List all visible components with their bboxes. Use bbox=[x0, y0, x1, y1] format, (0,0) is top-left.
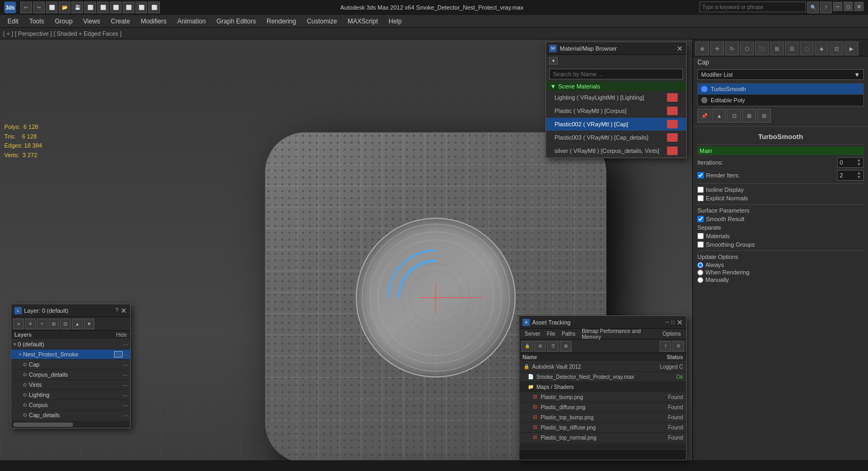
asset-input-row[interactable] bbox=[519, 449, 686, 460]
asset-scrollbar[interactable] bbox=[519, 443, 686, 449]
rp-btn-layer[interactable]: ☰ bbox=[785, 42, 799, 55]
menu-group[interactable]: Group bbox=[50, 17, 78, 26]
layers-close[interactable]: ✕ bbox=[120, 306, 127, 315]
rp-btn-render[interactable]: ▶ bbox=[845, 42, 858, 55]
layers-tb-btn6[interactable]: ▲ bbox=[72, 319, 83, 329]
when-rendering-radio[interactable] bbox=[697, 270, 703, 275]
asset-maximize[interactable]: □ bbox=[671, 319, 674, 325]
iterations-value[interactable]: 0 ▲▼ bbox=[837, 157, 864, 168]
layer-item-lighting[interactable]: ⊙ Lighting — bbox=[11, 390, 130, 400]
minimize-btn[interactable]: ─ bbox=[833, 2, 842, 11]
save-btn[interactable]: 💾 bbox=[71, 2, 83, 13]
menu-maxscript[interactable]: MAXScript bbox=[342, 17, 383, 26]
always-radio[interactable] bbox=[697, 262, 703, 268]
asset-item-vault[interactable]: 🔒 Autodesk Vault 2012 Logged C bbox=[519, 362, 686, 372]
menu-rendering[interactable]: Rendering bbox=[261, 17, 301, 26]
search-input[interactable] bbox=[700, 2, 806, 12]
menu-create[interactable]: Create bbox=[106, 17, 135, 26]
mat-browser-expand[interactable]: ▼ bbox=[549, 57, 558, 64]
menu-views[interactable]: Views bbox=[78, 17, 106, 26]
layer-item-0[interactable]: ≡ 0 (default) — bbox=[11, 339, 130, 350]
layers-help[interactable]: ? bbox=[115, 307, 118, 313]
layer-item-corpus[interactable]: ⊙ Corpus — bbox=[11, 400, 130, 410]
asset-menu-file[interactable]: File bbox=[543, 330, 558, 337]
asset-menu-options[interactable]: Options bbox=[660, 330, 684, 337]
asset-item-file-1[interactable]: 🖼 Plastic_diffuse.png Found bbox=[519, 402, 686, 412]
asset-item-file-0[interactable]: 🖼 Plastic_bump.png Found bbox=[519, 392, 686, 402]
menu-tools[interactable]: Tools bbox=[24, 17, 50, 26]
rp-btn-align[interactable]: ⊞ bbox=[770, 42, 784, 55]
asset-tb-help[interactable]: ? bbox=[660, 341, 671, 352]
mat-item-4[interactable]: silver ( VRayMtl ) [Corpus_details, Vint… bbox=[546, 144, 686, 158]
rp-btn-curve[interactable]: ◌ bbox=[800, 42, 814, 55]
rp-btn-snap[interactable]: ⊡ bbox=[830, 42, 843, 55]
asset-item-file-4[interactable]: 🖼 Plastic_top_normal.png Found bbox=[519, 433, 686, 443]
stack-nav-delete[interactable]: ⊠ bbox=[742, 109, 756, 123]
layer-item-1[interactable]: ≡ Nest_Protect_Smoke — bbox=[11, 350, 130, 360]
tb-btn6[interactable]: ⬜ bbox=[148, 2, 160, 13]
mat-browser-close[interactable]: ✕ bbox=[677, 44, 683, 53]
pin-btn[interactable]: 📌 bbox=[697, 109, 711, 123]
scene-materials-header[interactable]: ▼ Scene Materials bbox=[546, 82, 686, 91]
layers-tb-btn3[interactable]: + bbox=[37, 319, 47, 329]
redo-btn[interactable]: ↪ bbox=[33, 2, 45, 13]
tb-btn4[interactable]: ⬜ bbox=[123, 2, 134, 13]
layers-scrollbar[interactable] bbox=[11, 420, 130, 428]
asset-tb-4[interactable]: ⊠ bbox=[560, 341, 572, 352]
layers-tb-btn7[interactable]: ▼ bbox=[84, 319, 94, 329]
asset-tb-3[interactable]: ☰ bbox=[547, 341, 559, 352]
smoothing-groups-checkbox[interactable] bbox=[697, 241, 704, 248]
undo-btn[interactable]: ↩ bbox=[20, 2, 32, 13]
rp-btn-scale[interactable]: ⬡ bbox=[740, 42, 754, 55]
rp-btn-select[interactable]: ⊕ bbox=[695, 42, 709, 55]
stack-item-turbosmooth[interactable]: TurboSmooth bbox=[698, 84, 863, 95]
asset-tb-2[interactable]: ⊞ bbox=[534, 341, 546, 352]
asset-menu-bitmap[interactable]: Bitmap Performance and Memory bbox=[578, 328, 659, 340]
maximize-btn[interactable]: □ bbox=[843, 2, 853, 11]
layers-tb-btn4[interactable]: ⊞ bbox=[49, 319, 59, 329]
asset-item-file-2[interactable]: 🖼 Plastic_top_bump.png Found bbox=[519, 412, 686, 423]
menu-animation[interactable]: Animation bbox=[172, 17, 211, 26]
tb-btn3[interactable]: ⬜ bbox=[110, 2, 122, 13]
new-btn[interactable]: ⬜ bbox=[46, 2, 58, 13]
render-iters-value[interactable]: 2 ▲▼ bbox=[837, 170, 864, 181]
tb-btn5[interactable]: ⬜ bbox=[135, 2, 147, 13]
open-btn[interactable]: 📂 bbox=[59, 2, 70, 13]
rp-btn-move[interactable]: ✛ bbox=[710, 42, 724, 55]
rp-btn-bone[interactable]: ◈ bbox=[815, 42, 829, 55]
layer-item-cap[interactable]: ⊙ Cap — bbox=[11, 360, 130, 370]
mat-item-1[interactable]: Plastic ( VRayMtl ) [Corpus] bbox=[546, 104, 686, 118]
explicit-normals-checkbox[interactable] bbox=[697, 195, 704, 201]
asset-item-maps[interactable]: 📁 Maps / Shaders bbox=[519, 382, 686, 392]
rp-btn-mirror[interactable]: ⬛ bbox=[755, 42, 769, 55]
layers-tb-btn2[interactable]: ✕ bbox=[25, 319, 36, 329]
tb-btn2[interactable]: ⬜ bbox=[97, 2, 109, 13]
tb-btn1[interactable]: ⬜ bbox=[84, 2, 96, 13]
layer-item-capdetails[interactable]: ⊙ Cap_details — bbox=[11, 410, 130, 420]
stack-nav-bottom[interactable]: ⊞ bbox=[757, 109, 771, 123]
mat-item-2[interactable]: Plastic002 ( VRayMtl ) [Cap] bbox=[546, 118, 686, 131]
mat-item-0[interactable]: Lighting ( VRayLightMtl ) [Lighting] bbox=[546, 91, 686, 104]
layers-scrollbar-thumb[interactable] bbox=[13, 423, 73, 427]
stack-nav-right[interactable]: ⊡ bbox=[727, 109, 741, 123]
isoline-checkbox[interactable] bbox=[697, 186, 704, 193]
manually-radio[interactable] bbox=[697, 277, 703, 283]
stack-nav-up[interactable]: ▲ bbox=[712, 109, 726, 123]
mat-item-3[interactable]: Plastic003 ( VRayMtl ) [Cap_details] bbox=[546, 131, 686, 144]
asset-tb-1[interactable]: 🔒 bbox=[521, 341, 533, 352]
smooth-result-checkbox[interactable] bbox=[697, 216, 704, 222]
asset-minimize[interactable]: ─ bbox=[665, 319, 669, 325]
layer-item-vints[interactable]: ⊙ Vints — bbox=[11, 380, 130, 390]
asset-menu-server[interactable]: Server bbox=[521, 330, 543, 337]
asset-tb-settings[interactable]: ⚙ bbox=[672, 341, 684, 352]
asset-close[interactable]: ✕ bbox=[677, 318, 683, 327]
render-iters-checkbox[interactable] bbox=[697, 172, 704, 178]
stack-item-editablepoly[interactable]: Editable Poly bbox=[698, 95, 863, 106]
modifier-list-dropdown[interactable]: Modifier List ▼ bbox=[697, 69, 864, 80]
asset-item-maxfile[interactable]: 📄 Smoke_Detector_Nest_Protect_vray.max O… bbox=[519, 372, 686, 382]
layer-item-corpus-details[interactable]: ⊙ Corpus_details — bbox=[11, 370, 130, 380]
rp-btn-rotate[interactable]: ↻ bbox=[725, 42, 739, 55]
help-btn[interactable]: ? bbox=[820, 2, 832, 13]
close-btn[interactable]: ✕ bbox=[854, 2, 864, 11]
menu-graph-editors[interactable]: Graph Editors bbox=[211, 17, 261, 26]
